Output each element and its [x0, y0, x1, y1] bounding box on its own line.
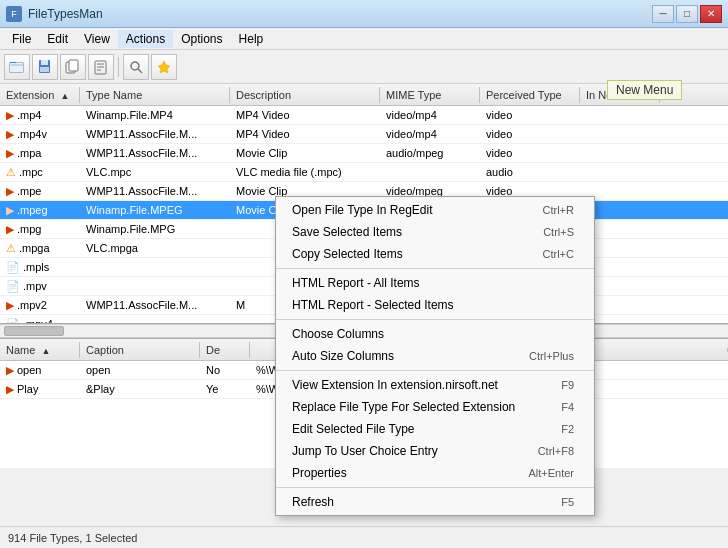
- col-header-ext[interactable]: Extension ▲: [0, 87, 80, 103]
- cell-inmenu: [580, 114, 660, 116]
- ctx-html-all[interactable]: HTML Report - All Items: [276, 272, 594, 294]
- ctx-label: View Extension In extension.nirsoft.net: [292, 378, 498, 392]
- table-row[interactable]: ⚠.mpc VLC.mpc VLC media file (.mpc) audi…: [0, 163, 728, 182]
- ctx-replace-filetype[interactable]: Replace File Type For Selected Extension…: [276, 396, 594, 418]
- menu-edit[interactable]: Edit: [39, 30, 76, 48]
- table-row[interactable]: ▶.mp4 Winamp.File.MP4 MP4 Video video/mp…: [0, 106, 728, 125]
- ctx-shortcut: F2: [561, 423, 574, 435]
- ctx-label: HTML Report - All Items: [292, 276, 420, 290]
- toolbar-btn-1[interactable]: [4, 54, 30, 80]
- status-text: 914 File Types, 1 Selected: [8, 532, 137, 544]
- toolbar-btn-6[interactable]: [151, 54, 177, 80]
- ctx-copy-selected[interactable]: Copy Selected Items Ctrl+C: [276, 243, 594, 265]
- ctx-view-extension[interactable]: View Extension In extension.nirsoft.net …: [276, 374, 594, 396]
- cell-mime: [380, 171, 480, 173]
- minimize-button[interactable]: ─: [652, 5, 674, 23]
- ctx-jump-userchoice[interactable]: Jump To User Choice Entry Ctrl+F8: [276, 440, 594, 462]
- lower-cell-name: ▶Play: [0, 382, 80, 397]
- cell-typename: Winamp.File.MPEG: [80, 203, 230, 217]
- ctx-shortcut: F5: [561, 496, 574, 508]
- cell-ext: 📄.mpls: [0, 260, 80, 275]
- toolbar-btn-5[interactable]: [123, 54, 149, 80]
- ctx-choose-columns[interactable]: Choose Columns: [276, 323, 594, 345]
- svg-rect-4: [41, 60, 48, 65]
- menu-help[interactable]: Help: [231, 30, 272, 48]
- menu-actions[interactable]: Actions: [118, 30, 173, 48]
- menu-options[interactable]: Options: [173, 30, 230, 48]
- close-button[interactable]: ✕: [700, 5, 722, 23]
- ctx-shortcut: Ctrl+R: [543, 204, 574, 216]
- cell-typename: Winamp.File.MPG: [80, 222, 230, 236]
- ctx-auto-size[interactable]: Auto Size Columns Ctrl+Plus: [276, 345, 594, 367]
- title-bar-controls: ─ □ ✕: [652, 5, 722, 23]
- cell-typename: WMP11.AssocFile.M...: [80, 184, 230, 198]
- table-row[interactable]: ▶.mp4v WMP11.AssocFile.M... MP4 Video vi…: [0, 125, 728, 144]
- cell-perceived: video: [480, 108, 580, 122]
- ctx-separator: [276, 268, 594, 269]
- svg-point-12: [131, 62, 139, 70]
- lower-col-header-def[interactable]: De: [200, 342, 250, 358]
- lower-col-header-caption[interactable]: Caption: [80, 342, 200, 358]
- ctx-label: Replace File Type For Selected Extension: [292, 400, 515, 414]
- ctx-html-selected[interactable]: HTML Report - Selected Items: [276, 294, 594, 316]
- ctx-shortcut: F4: [561, 401, 574, 413]
- lower-cell-def: No: [200, 363, 250, 377]
- ctx-label: Refresh: [292, 495, 334, 509]
- ctx-properties[interactable]: Properties Alt+Enter: [276, 462, 594, 484]
- cell-perceived: video: [480, 127, 580, 141]
- ctx-edit-filetype[interactable]: Edit Selected File Type F2: [276, 418, 594, 440]
- svg-rect-7: [69, 60, 78, 71]
- cell-desc: MP4 Video: [230, 108, 380, 122]
- ctx-refresh[interactable]: Refresh F5: [276, 491, 594, 513]
- table-row[interactable]: ▶.mpa WMP11.AssocFile.M... Movie Clip au…: [0, 144, 728, 163]
- title-text: FileTypesMan: [28, 7, 103, 21]
- lower-cell-caption: open: [80, 363, 200, 377]
- lower-col-header-name[interactable]: Name ▲: [0, 342, 80, 358]
- cell-mime: audio/mpeg: [380, 146, 480, 160]
- ctx-label: Save Selected Items: [292, 225, 402, 239]
- new-menu-indicator: New Menu: [607, 80, 682, 100]
- cell-typename: [80, 285, 230, 287]
- cell-ext: ⚠.mpc: [0, 165, 80, 180]
- maximize-button[interactable]: □: [676, 5, 698, 23]
- title-bar: F FileTypesMan ─ □ ✕: [0, 0, 728, 28]
- cell-mime: video/mp4: [380, 127, 480, 141]
- ctx-open-regedit[interactable]: Open File Type In RegEdit Ctrl+R: [276, 199, 594, 221]
- cell-desc: MP4 Video: [230, 127, 380, 141]
- menu-view[interactable]: View: [76, 30, 118, 48]
- ctx-label: Choose Columns: [292, 327, 384, 341]
- ctx-label: Jump To User Choice Entry: [292, 444, 438, 458]
- cell-mime: video/mp4: [380, 108, 480, 122]
- cell-typename: WMP11.AssocFile.M...: [80, 127, 230, 141]
- cell-ext: ▶.mp4v: [0, 127, 80, 142]
- col-header-typename[interactable]: Type Name: [80, 87, 230, 103]
- ctx-label: Auto Size Columns: [292, 349, 394, 363]
- toolbar: [0, 50, 728, 84]
- cell-ext: ▶.mpe: [0, 184, 80, 199]
- toolbar-btn-3[interactable]: [60, 54, 86, 80]
- cell-typename: WMP11.AssocFile.M...: [80, 146, 230, 160]
- ctx-shortcut: Ctrl+C: [543, 248, 574, 260]
- ctx-label: Open File Type In RegEdit: [292, 203, 433, 217]
- status-bar: 914 File Types, 1 Selected: [0, 526, 728, 548]
- scrollbar-thumb[interactable]: [4, 326, 64, 336]
- ctx-shortcut: Alt+Enter: [528, 467, 574, 479]
- svg-marker-14: [158, 61, 170, 73]
- menu-file[interactable]: File: [4, 30, 39, 48]
- ctx-label: Copy Selected Items: [292, 247, 403, 261]
- col-header-mime[interactable]: MIME Type: [380, 87, 480, 103]
- toolbar-separator: [118, 57, 119, 77]
- ctx-shortcut: F9: [561, 379, 574, 391]
- svg-rect-5: [40, 67, 49, 72]
- toolbar-btn-2[interactable]: [32, 54, 58, 80]
- lower-cell-def: Ye: [200, 382, 250, 396]
- lower-cell-caption: &Play: [80, 382, 200, 396]
- cell-ext: ▶.mpeg: [0, 203, 80, 218]
- col-header-desc[interactable]: Description: [230, 87, 380, 103]
- svg-rect-2: [10, 63, 23, 72]
- col-header-perceived[interactable]: Perceived Type: [480, 87, 580, 103]
- ctx-save-selected[interactable]: Save Selected Items Ctrl+S: [276, 221, 594, 243]
- ctx-separator: [276, 487, 594, 488]
- toolbar-btn-4[interactable]: [88, 54, 114, 80]
- cell-ext: ▶.mp4: [0, 108, 80, 123]
